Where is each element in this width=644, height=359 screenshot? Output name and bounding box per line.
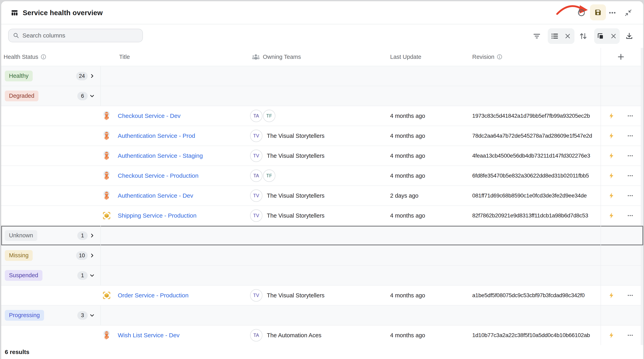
revision-hash: 1d10b77c3a2a22c38f5f10a5dd0c4b10b66102ab bbox=[472, 325, 590, 345]
table-row: Authentication Service - Prod TV The Vis… bbox=[1, 126, 643, 146]
minimize-button[interactable] bbox=[624, 8, 633, 18]
group-by-button[interactable] bbox=[596, 32, 605, 41]
chevron-right-icon bbox=[90, 73, 95, 79]
row-actions-spacer bbox=[600, 305, 641, 325]
owning-teams-cell: TA TF bbox=[250, 106, 275, 126]
add-column-button[interactable] bbox=[616, 52, 626, 62]
collapse-button[interactable] bbox=[88, 92, 96, 100]
column-label: Revision bbox=[472, 54, 494, 60]
quick-action-button[interactable] bbox=[607, 291, 616, 300]
team-name: The Automation Aces bbox=[267, 332, 322, 339]
octopus-microservice-icon bbox=[102, 171, 110, 181]
group-row-unknown-selected[interactable]: Unknown 1 bbox=[1, 225, 643, 245]
undo-button[interactable] bbox=[576, 8, 586, 18]
service-title-link[interactable]: Wish List Service - Dev bbox=[118, 325, 180, 345]
column-label: Health Status bbox=[4, 54, 38, 60]
owning-teams-cell: TV The Visual Storytellers bbox=[250, 146, 324, 166]
search-input[interactable] bbox=[22, 32, 138, 39]
lightning-icon bbox=[608, 113, 615, 119]
column-title[interactable]: Title bbox=[119, 48, 130, 66]
group-status-cell: Progressing 3 bbox=[1, 305, 101, 325]
revision-hash: a1be5df5f08075dc9c53cbf97b3fcdad98c342f0 bbox=[472, 286, 584, 305]
group-status-cell: Degraded 6 bbox=[1, 86, 101, 106]
lightning-icon bbox=[608, 172, 615, 179]
ellipsis-icon bbox=[627, 113, 634, 119]
expand-button[interactable] bbox=[88, 231, 96, 240]
search-box[interactable] bbox=[8, 29, 143, 42]
team-avatar: TA bbox=[250, 110, 262, 122]
more-options-button[interactable] bbox=[608, 8, 617, 18]
quick-action-button[interactable] bbox=[607, 171, 616, 180]
lightning-icon bbox=[608, 292, 615, 299]
team-avatar: TA bbox=[250, 170, 262, 182]
row-menu-button[interactable] bbox=[626, 191, 635, 200]
collapse-button[interactable] bbox=[88, 311, 96, 320]
chevron-down-icon bbox=[90, 313, 95, 318]
service-title-link[interactable]: Authentication Service - Dev bbox=[118, 186, 193, 205]
quick-action-button[interactable] bbox=[607, 151, 616, 160]
octopus-microservice-icon bbox=[102, 330, 110, 340]
service-icon-cell bbox=[102, 286, 112, 305]
group-row-suspended[interactable]: Suspended 1 bbox=[1, 265, 643, 285]
service-title-link[interactable]: Checkout Service - Production bbox=[118, 166, 198, 185]
row-menu-button[interactable] bbox=[626, 291, 635, 300]
expand-button[interactable] bbox=[88, 72, 96, 80]
group-row-progressing[interactable]: Progressing 3 bbox=[1, 305, 643, 325]
table-widget-icon bbox=[11, 9, 18, 17]
quick-action-button[interactable] bbox=[607, 211, 616, 220]
column-health-status[interactable]: Health Status bbox=[4, 48, 46, 66]
filter-button[interactable] bbox=[532, 31, 542, 41]
row-actions bbox=[600, 166, 641, 185]
last-update-value: 4 months ago bbox=[390, 166, 425, 185]
service-title-link[interactable]: Authentication Service - Staging bbox=[118, 146, 203, 166]
group-row-healthy[interactable]: Healthy 24 bbox=[1, 66, 643, 86]
filter-icon bbox=[532, 32, 541, 40]
team-avatar: TV bbox=[250, 189, 262, 202]
ellipsis-icon bbox=[627, 212, 634, 219]
service-title-link[interactable]: Shipping Service - Production bbox=[118, 206, 196, 225]
column-owning-teams[interactable]: Owning Teams bbox=[251, 48, 301, 66]
row-menu-button[interactable] bbox=[626, 151, 635, 160]
row-menu-button[interactable] bbox=[626, 331, 635, 340]
collapse-button[interactable] bbox=[88, 271, 96, 280]
info-icon[interactable] bbox=[41, 54, 46, 60]
column-last-update[interactable]: Last Update bbox=[390, 48, 421, 66]
sort-button[interactable] bbox=[578, 31, 588, 41]
row-menu-button[interactable] bbox=[626, 171, 635, 180]
quick-action-button[interactable] bbox=[607, 111, 616, 121]
row-menu-button[interactable] bbox=[626, 131, 635, 140]
download-button[interactable] bbox=[624, 31, 634, 41]
collapse-icon bbox=[624, 9, 632, 17]
vertical-scrollbar[interactable] bbox=[641, 48, 643, 359]
list-view-button[interactable] bbox=[550, 32, 559, 41]
clear-list-view-button[interactable] bbox=[563, 32, 572, 41]
row-menu-button[interactable] bbox=[626, 211, 635, 220]
header-bar: Service health overview bbox=[1, 1, 643, 24]
lightning-icon bbox=[608, 152, 615, 159]
group-row-degraded[interactable]: Degraded 6 bbox=[1, 86, 643, 106]
revision-hash: 78dc2aa64a7b72de545278a7ad28609e1f547e2d bbox=[472, 126, 592, 146]
chevron-right-icon bbox=[90, 233, 95, 238]
ellipsis-icon bbox=[627, 152, 634, 159]
column-revision[interactable]: Revision bbox=[472, 48, 502, 66]
clear-group-by-button[interactable] bbox=[609, 32, 618, 41]
service-title-link[interactable]: Authentication Service - Prod bbox=[118, 126, 195, 146]
service-title-link[interactable]: Order Service - Production bbox=[118, 286, 188, 305]
lightning-icon bbox=[608, 132, 615, 139]
group-status-cell: Missing 10 bbox=[1, 246, 101, 265]
quick-action-button[interactable] bbox=[607, 131, 616, 140]
table-row: Authentication Service - Staging TV The … bbox=[1, 146, 643, 166]
undo-icon bbox=[577, 9, 584, 17]
row-actions bbox=[600, 325, 641, 345]
row-menu-button[interactable] bbox=[626, 111, 635, 121]
info-icon[interactable] bbox=[497, 54, 502, 60]
save-button[interactable] bbox=[590, 5, 606, 20]
quick-action-button[interactable] bbox=[607, 331, 616, 340]
quick-action-button[interactable] bbox=[607, 191, 616, 200]
last-update-value: 4 months ago bbox=[390, 146, 425, 166]
close-icon bbox=[564, 33, 571, 39]
expand-button[interactable] bbox=[88, 251, 96, 260]
service-title-link[interactable]: Checkout Service - Dev bbox=[118, 106, 180, 126]
lightning-icon bbox=[608, 332, 615, 339]
group-row-missing[interactable]: Missing 10 bbox=[1, 245, 643, 265]
